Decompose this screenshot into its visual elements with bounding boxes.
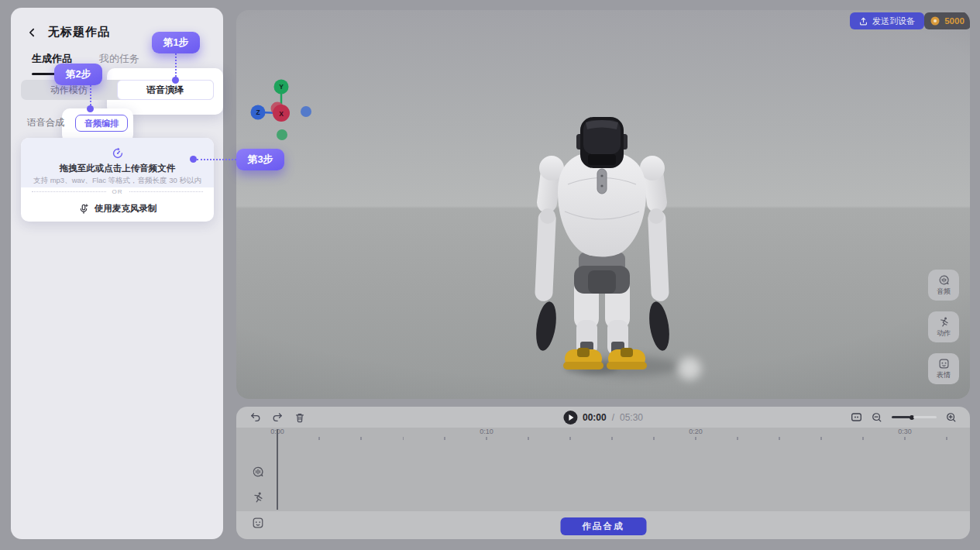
- robot-model[interactable]: [531, 111, 717, 390]
- undo-button[interactable]: [249, 411, 261, 424]
- fit-view-icon: [851, 411, 862, 423]
- zoom-in-icon: [946, 412, 957, 423]
- tutorial-dot-3: [190, 156, 197, 163]
- tutorial-dot-2: [87, 105, 94, 112]
- send-to-device-label: 发送到设备: [872, 15, 915, 27]
- mode-voice-performance[interactable]: 语音演绎: [117, 80, 215, 100]
- redo-icon: [272, 411, 284, 423]
- or-label: OR: [112, 188, 123, 195]
- track-audio-icon[interactable]: [252, 466, 264, 478]
- current-time: 00:00: [583, 412, 607, 423]
- subtab-voice-synthesis[interactable]: 语音合成: [27, 114, 64, 132]
- playhead[interactable]: [277, 429, 278, 510]
- tool-audio-label: 音频: [937, 287, 951, 297]
- upload-timer-icon: [112, 147, 124, 160]
- upload-drop-area[interactable]: 拖拽至此或点击上传音频文件 支持 mp3、wav、Flac 等格式，音频长度 3…: [21, 138, 214, 187]
- mode-segmented-control: 动作模仿 语音演绎: [21, 80, 214, 100]
- undo-icon: [249, 411, 261, 423]
- tutorial-step-2-badge: 第2步: [54, 64, 102, 85]
- axis-neg-y-handle: [277, 129, 287, 140]
- redo-button[interactable]: [271, 411, 284, 424]
- back-button[interactable]: [25, 26, 39, 40]
- or-divider: OR: [32, 188, 203, 195]
- credits-value: 5000: [944, 16, 965, 26]
- tutorial-connector-1: [175, 53, 177, 77]
- ruler-tick-label: 0:20: [689, 428, 703, 435]
- tool-audio-button[interactable]: 音频: [928, 270, 959, 301]
- tool-expression-label: 表情: [937, 370, 951, 380]
- axis-z-label: Z: [256, 108, 260, 116]
- tool-motion-button[interactable]: 动作: [928, 311, 959, 342]
- coin-icon: [930, 16, 940, 26]
- ruler-tick-label: 0:30: [898, 428, 912, 435]
- upload-share-icon: [859, 17, 868, 26]
- zoom-out-icon: [872, 412, 882, 423]
- credits-badge[interactable]: 5000: [924, 12, 970, 29]
- timeline-ruler[interactable]: 0:00 0:10 0:20 0:30: [236, 428, 970, 440]
- zoom-out-button[interactable]: [871, 411, 883, 424]
- send-to-device-button[interactable]: 发送到设备: [850, 12, 924, 29]
- delete-button[interactable]: [294, 411, 306, 424]
- tool-expression-button[interactable]: 表情: [928, 353, 959, 384]
- trash-icon: [294, 412, 305, 423]
- microphone-icon: [78, 204, 89, 215]
- audio-upload-dropzone[interactable]: 拖拽至此或点击上传音频文件 支持 mp3、wav、Flac 等格式，音频长度 3…: [21, 138, 214, 222]
- sidebar: 无标题作品 生成作品 我的任务 动作模仿 语音演绎 语音合成 音频编排: [11, 8, 223, 539]
- tutorial-connector-2: [90, 85, 91, 105]
- project-title: 无标题作品: [48, 25, 110, 40]
- record-with-mic-button[interactable]: 使用麦克风录制: [21, 203, 214, 215]
- zoom-in-button[interactable]: [945, 411, 958, 424]
- ruler-tick-label: 0:10: [480, 428, 493, 435]
- timeline-footer: 作品合成: [236, 511, 970, 539]
- timeline-zoom-slider[interactable]: [892, 415, 937, 420]
- tutorial-connector-3: [197, 159, 236, 160]
- upload-hint: 支持 mp3、wav、Flac 等格式，音频长度 30 秒以内: [21, 176, 214, 186]
- expression-icon: [938, 358, 950, 370]
- total-time: 05:30: [620, 412, 643, 423]
- sidebar-header: 无标题作品: [25, 25, 110, 40]
- sub-tabs: 语音合成 音频编排: [27, 114, 128, 132]
- playback-controls: 00:00 / 05:30: [563, 407, 643, 428]
- axis-x-label: X: [279, 110, 284, 118]
- subtab-audio-arrange[interactable]: 音频编排: [75, 115, 128, 132]
- motion-icon: [938, 316, 950, 328]
- timeline-panel: 00:00 / 05:30: [236, 407, 970, 539]
- upload-title: 拖拽至此或点击上传音频文件: [21, 163, 214, 174]
- chevron-left-icon: [26, 27, 37, 38]
- tutorial-step-1-badge: 第1步: [152, 32, 200, 53]
- compose-work-button[interactable]: 作品合成: [560, 517, 646, 535]
- axis-y-label: Y: [279, 83, 284, 91]
- time-separator: /: [612, 412, 614, 423]
- tutorial-dot-1: [172, 77, 179, 84]
- timeline-zoom-controls: [850, 407, 958, 428]
- track-motion-icon[interactable]: [252, 491, 264, 504]
- audio-icon: [938, 274, 950, 286]
- fit-timeline-button[interactable]: [850, 411, 862, 424]
- tutorial-step-3-badge: 第3步: [236, 149, 284, 170]
- timeline-tracks[interactable]: 0:00 0:10 0:20 0:30: [236, 428, 970, 511]
- axis-neg-z-handle: [301, 106, 311, 117]
- mic-record-label: 使用麦克风录制: [95, 203, 157, 215]
- 3d-viewport[interactable]: 发送到设备 5000 Y Z X: [236, 10, 970, 399]
- axis-gizmo[interactable]: Y Z X: [236, 76, 322, 153]
- tool-motion-label: 动作: [937, 328, 951, 339]
- play-button[interactable]: [563, 411, 577, 425]
- app-window: 无标题作品 生成作品 我的任务 动作模仿 语音演绎 语音合成 音频编排: [0, 0, 980, 550]
